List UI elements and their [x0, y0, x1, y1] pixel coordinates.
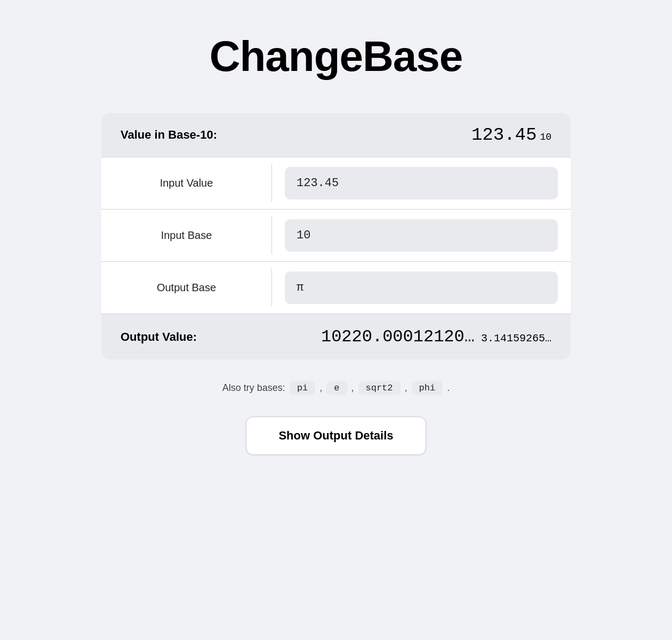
- value-header-row: Value in Base-10: 123.45 10: [101, 113, 571, 157]
- value-header-subscript: 10: [540, 132, 551, 142]
- output-value-row: Output Value: 10220.00012120… 3.14159265…: [101, 314, 571, 359]
- page-title: ChangeBase: [210, 32, 463, 81]
- base-chip-pi[interactable]: pi: [290, 381, 315, 395]
- also-try-label: Also try bases:: [222, 382, 285, 394]
- input-value-field[interactable]: [285, 167, 558, 199]
- value-header-value: 123.45 10: [471, 125, 551, 145]
- also-try-section: Also try bases: pi , e , sqrt2 , phi .: [222, 381, 450, 395]
- output-base-cell: [272, 262, 571, 314]
- separator-2: ,: [351, 382, 354, 394]
- output-value-label: Output Value:: [121, 330, 197, 344]
- output-main-value: 10220.00012120…: [321, 327, 475, 347]
- input-value-row: Input Value: [101, 157, 571, 210]
- separator-4: .: [447, 382, 450, 394]
- output-value-display: 10220.00012120… 3.14159265…: [321, 327, 551, 347]
- show-output-details-button[interactable]: Show Output Details: [246, 417, 426, 455]
- base-chip-e[interactable]: e: [326, 381, 347, 395]
- value-header-label: Value in Base-10:: [121, 128, 217, 142]
- input-base-label: Input Base: [101, 217, 272, 254]
- main-card: Value in Base-10: 123.45 10 Input Value …: [101, 113, 571, 359]
- value-header-number: 123.45: [471, 125, 537, 145]
- input-base-row: Input Base: [101, 210, 571, 262]
- base-chip-phi[interactable]: phi: [412, 381, 443, 395]
- input-value-label: Input Value: [101, 164, 272, 202]
- output-base-label: Output Base: [101, 269, 272, 307]
- output-base-row: Output Base: [101, 262, 571, 314]
- output-base-value: 3.14159265…: [481, 332, 551, 345]
- separator-1: ,: [319, 382, 322, 394]
- separator-3: ,: [405, 382, 407, 394]
- input-base-cell: [272, 210, 571, 261]
- output-base-field[interactable]: [285, 271, 558, 304]
- input-base-field[interactable]: [285, 219, 558, 252]
- input-value-cell: [272, 157, 571, 209]
- base-chip-sqrt2[interactable]: sqrt2: [358, 381, 401, 395]
